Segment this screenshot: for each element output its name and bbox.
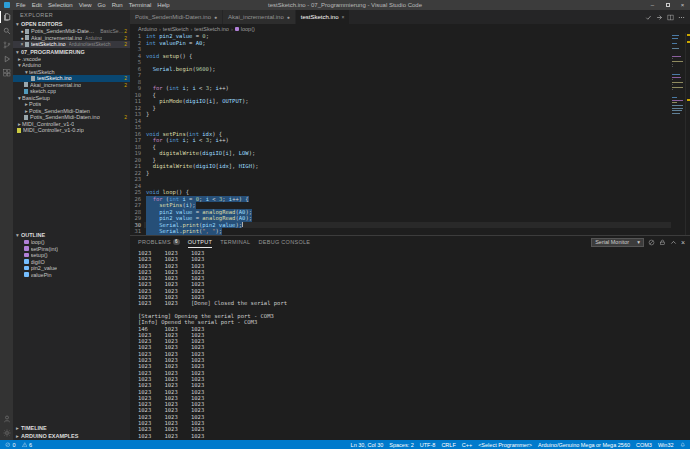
dirty-dot-icon: ● (287, 14, 290, 20)
menu-view[interactable]: View (76, 0, 95, 10)
tree-item-label: testSketch (29, 69, 55, 75)
status-select-programmer[interactable]: <Select Programmer> (475, 440, 535, 449)
menu-bar: FileEditSelectionViewGoRunTerminalHelp (13, 0, 173, 10)
code-editor[interactable]: 1234567891011121314151617181920212223242… (130, 33, 690, 235)
account-icon[interactable] (0, 412, 13, 426)
editor-group: Potis_SendenMidi-Daten.ino●Akai_incremen… (130, 10, 690, 235)
outline-item-label: setup() (31, 252, 48, 258)
status-errors[interactable]: 0 (2, 440, 19, 449)
open-editor-item[interactable]: ●Potis_SendenMidi-Daten.inoBasicSetup2 (13, 28, 130, 35)
minimap[interactable] (671, 33, 685, 235)
chevron-right-icon: ▸ (15, 433, 20, 439)
menu-terminal[interactable]: Terminal (126, 0, 155, 10)
vscode-logo (4, 2, 10, 8)
status-eol[interactable]: CRLF (438, 440, 458, 449)
code-line-31[interactable]: Serial.print(", "); (144, 228, 671, 235)
status-serial-port[interactable]: COM3 (633, 440, 655, 449)
menu-run[interactable]: Run (109, 0, 126, 10)
panel-tab-problems[interactable]: PROBLEMS6 (138, 236, 180, 248)
breadcrumb-item[interactable]: loop() (241, 26, 255, 32)
tree-item-label: Potis_SendenMidi-Daten.ino (30, 114, 100, 120)
line-number-gutter: 1234567891011121314151617181920212223242… (130, 33, 144, 235)
minimize-icon[interactable]: – (645, 0, 660, 10)
line-number: 31 (130, 228, 141, 235)
tab-label: Akai_incremental.ino (228, 14, 284, 20)
close-tab-icon[interactable]: × (342, 14, 345, 20)
file-icon (17, 128, 21, 133)
status-encoding[interactable]: UTF-8 (417, 440, 439, 449)
chevron-right-icon: ▸ (15, 425, 20, 431)
chevron-down-icon: ▾ (15, 232, 20, 238)
tree-item-label: testSketch.ino (37, 75, 72, 81)
breadcrumb: Arduino›testSketch›testSketch.ino›loop() (130, 24, 690, 33)
open-editor-name: Potis_SendenMidi-Daten.ino (31, 28, 97, 34)
symbol-method-icon (235, 27, 239, 31)
verify-icon[interactable] (645, 14, 652, 21)
clear-output-icon[interactable] (648, 239, 655, 246)
panel-tab-debug-console[interactable]: DEBUG CONSOLE (258, 236, 310, 248)
file-icon (24, 82, 28, 87)
status-bar: 06 Ln 30, Col 30Spaces: 2UTF-8CRLFC++<Se… (0, 440, 690, 449)
menu-go[interactable]: Go (95, 0, 109, 10)
menu-help[interactable]: Help (154, 0, 172, 10)
status-cursor-position[interactable]: Ln 30, Col 30 (348, 440, 387, 449)
run-debug-icon[interactable] (0, 52, 13, 66)
status-language-mode[interactable]: C++ (459, 440, 475, 449)
bottom-panel: PROBLEMS6OUTPUTTERMINALDEBUG CONSOLE Ser… (130, 235, 690, 440)
outline-header[interactable]: ▾ OUTLINE (13, 231, 130, 239)
overview-ruler (685, 33, 690, 235)
menu-edit[interactable]: Edit (29, 0, 45, 10)
tree-item-label: Potis (29, 101, 41, 107)
breadcrumb-item[interactable]: Arduino (138, 26, 157, 32)
settings-icon[interactable] (0, 426, 13, 440)
symbol-variable-icon (24, 266, 29, 271)
notifications-bell-icon[interactable] (677, 440, 689, 449)
more-actions-icon[interactable] (678, 14, 685, 21)
close-window-icon[interactable]: × (675, 0, 690, 10)
status-platform[interactable]: Win32 (655, 440, 677, 449)
panel-tab-terminal[interactable]: TERMINAL (220, 236, 250, 248)
breadcrumb-item[interactable]: testSketch (163, 26, 189, 32)
tree-item-label: sketch.cpp (30, 88, 56, 94)
extensions-icon[interactable] (0, 66, 13, 80)
explorer-icon[interactable] (0, 10, 13, 24)
status-indentation[interactable]: Spaces: 2 (386, 440, 416, 449)
chevron-right-icon: › (159, 26, 161, 32)
problems-badge: 2 (124, 114, 127, 120)
chevron-right-icon: › (191, 26, 193, 32)
arduino-examples-header[interactable]: ▸ ARDUINO EXAMPLES (13, 432, 130, 440)
editor-tab[interactable]: Potis_SendenMidi-Daten.ino● (130, 10, 223, 24)
output-console[interactable]: 1023 1023 10231023 1023 10231023 1023 10… (130, 248, 690, 440)
maximize-icon[interactable] (660, 0, 675, 10)
tab-label: Potis_SendenMidi-Daten.ino (135, 14, 211, 20)
chevron-right-icon: › (231, 26, 233, 32)
open-editor-path: Arduino\testSketch (69, 41, 111, 47)
maximize-panel-icon[interactable] (670, 239, 677, 246)
problems-badge: 2 (124, 28, 127, 34)
editor-tab[interactable]: Akai_incremental.ino● (223, 10, 296, 24)
chevron-down-icon: ▾ (15, 49, 20, 55)
search-icon[interactable] (0, 24, 13, 38)
upload-icon[interactable] (656, 14, 663, 21)
open-editors-header[interactable]: ▾ OPEN EDITORS (13, 20, 130, 28)
tree-item-label: Potis_SendenMidi-Daten (29, 108, 90, 114)
lock-scroll-icon[interactable] (659, 239, 666, 246)
symbol-method-icon (24, 253, 29, 258)
panel-tab-output[interactable]: OUTPUT (188, 236, 212, 248)
folder-section-header[interactable]: ▾ 07_PROGRAMMIERUNG (13, 48, 130, 56)
status-board[interactable]: Arduino/Genuino Mega or Mega 2560 (535, 440, 633, 449)
panel-tab-label: TERMINAL (220, 239, 250, 245)
source-control-icon[interactable] (0, 38, 13, 52)
tree-item-label: BasicSetup (22, 95, 50, 101)
menu-selection[interactable]: Selection (45, 0, 76, 10)
editor-tab[interactable]: testSketch.ino× (296, 10, 351, 24)
output-channel-select[interactable]: Serial Monitor ▾ (591, 238, 644, 247)
menu-file[interactable]: File (13, 0, 29, 10)
breadcrumb-item[interactable]: testSketch.ino (194, 26, 229, 32)
split-editor-icon[interactable] (667, 14, 674, 21)
problems-badge: 2 (124, 75, 127, 81)
status-warnings[interactable]: 6 (19, 440, 36, 449)
close-panel-icon[interactable]: × (681, 239, 685, 246)
file-icon (25, 29, 29, 34)
timeline-header[interactable]: ▸ TIMELINE (13, 424, 130, 432)
